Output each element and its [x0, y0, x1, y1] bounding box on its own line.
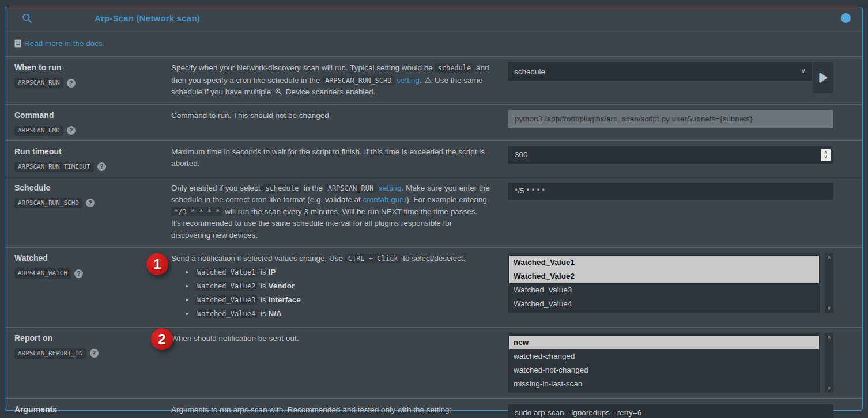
number-spinner[interactable]: ∧∨: [821, 149, 831, 161]
inline-code-chip: Watched_Value1: [194, 268, 258, 277]
setting-control: [501, 177, 862, 248]
book-icon: [14, 39, 21, 48]
select-value: schedule: [514, 67, 545, 76]
option-watched-changed[interactable]: watched-changed: [509, 349, 819, 363]
control-wrap: ∧∨: [508, 146, 833, 164]
setting-row: Run timeout ARPSCAN_RUN_TIMEOUT ? Maximu…: [5, 140, 862, 177]
help-icon[interactable]: ?: [74, 269, 83, 278]
scroll-up-icon: ∧: [827, 254, 831, 260]
setting-label: Watched: [14, 253, 157, 263]
setting-label-cell: When to run ARPSCAN_RUN ?: [5, 57, 162, 104]
setting-key-badge: ARPSCAN_CMD: [14, 126, 63, 136]
setting-key-badge: ARPSCAN_RUN_SCHD: [14, 198, 82, 208]
plugin-panel: Arp-Scan (Network scan) Read more in the…: [5, 7, 863, 411]
scroll-down-icon: ∨: [827, 306, 831, 311]
setting-row: Schedule ARPSCAN_RUN_SCHD ? Only enabled…: [5, 177, 862, 248]
setting-label: Arguments: [14, 405, 157, 415]
option-watched_value2[interactable]: Watched_Value2: [509, 269, 819, 283]
emphasized-value: IP: [268, 268, 276, 276]
run-now-button[interactable]: [813, 62, 833, 93]
option-missing-in-last-scan[interactable]: missing-in-last-scan: [509, 377, 819, 391]
spinner-down-icon: ∨: [824, 155, 828, 159]
chevron-down-icon: ∨: [801, 67, 806, 75]
option-watched_value4[interactable]: Watched_Value4: [509, 297, 819, 311]
option-watched-not-changed[interactable]: watched-not-changed: [509, 363, 819, 377]
help-icon[interactable]: ?: [97, 162, 106, 171]
scroll-down-icon: ∨: [827, 386, 831, 391]
bullet-item: Watched_Value1 is IP: [194, 266, 493, 279]
option-new[interactable]: new: [509, 336, 819, 349]
setting-label-cell: Schedule ARPSCAN_RUN_SCHD ?: [5, 177, 162, 248]
help-icon[interactable]: ?: [86, 199, 95, 207]
play-icon-triangle: [820, 73, 828, 83]
inline-link[interactable]: crontab.guru: [363, 195, 406, 204]
control-wrap: [508, 404, 833, 418]
enabled-indicator-dot[interactable]: [841, 13, 851, 23]
setting-label: Command: [14, 111, 157, 120]
setting-label: When to run: [14, 63, 157, 73]
setting-key-badge: ARPSCAN_RUN_TIMEOUT: [14, 162, 94, 172]
setting-control: ∧∨: [501, 141, 862, 177]
play-icon: [819, 73, 828, 83]
setting-description: Arguments to run arps-scan with. Recomme…: [162, 399, 501, 418]
setting-label: Report on: [14, 333, 157, 343]
setting-key-badge: ARPSCAN_WATCH: [14, 268, 71, 279]
control-wrap: Watched_Value1Watched_Value2Watched_Valu…: [508, 253, 833, 313]
setting-control: Watched_Value1Watched_Value2Watched_Valu…: [501, 248, 862, 327]
setting-description: Only enabled if you select schedule in t…: [162, 177, 501, 248]
setting-label: Schedule: [14, 183, 157, 193]
setting-label-cell: Run timeout ARPSCAN_RUN_TIMEOUT ?: [5, 141, 162, 177]
setting-control: [501, 399, 862, 418]
setting-row: Command ARPSCAN_CMD ? Command to run. Th…: [5, 104, 862, 140]
plugin-header[interactable]: Arp-Scan (Network scan): [5, 7, 862, 29]
bullet-item: Watched_Value4 is N/A: [194, 307, 493, 320]
setting-bullets: Watched_Value1 is IPWatched_Value2 is Ve…: [171, 266, 493, 320]
run-type-select[interactable]: schedule∨: [508, 62, 812, 81]
control-wrap: [508, 183, 833, 200]
inline-code-chip: schedule: [435, 63, 474, 73]
setting-row: Arguments ARPSCAN_ARGS ? Arguments to ru…: [5, 398, 862, 418]
emphasized-value: Interface: [268, 295, 300, 304]
help-icon[interactable]: ?: [90, 349, 99, 358]
docs-link[interactable]: Read more in the docs.: [24, 39, 105, 48]
multiselect-scrollbar[interactable]: ∧∨: [825, 253, 833, 313]
control-wrap: newwatched-changedwatched-not-changedmis…: [508, 333, 833, 393]
emphasized-value: N/A: [268, 309, 281, 318]
arguments-input[interactable]: [508, 404, 833, 418]
bullet-item: Watched_Value3 is Interface: [194, 294, 493, 306]
option-watched_value3[interactable]: Watched_Value3: [509, 283, 819, 297]
inline-link[interactable]: setting: [379, 184, 402, 192]
docs-row: Read more in the docs.: [5, 29, 862, 56]
report-on-multiselect[interactable]: newwatched-changedwatched-not-changedmis…: [508, 333, 820, 393]
bullet-item: Watched_Value2 is Vendor: [194, 280, 493, 292]
annotation-badge-1: 1: [146, 253, 168, 275]
setting-row: When to run ARPSCAN_RUN ? Specify when y…: [5, 56, 862, 104]
inline-code-chip: Watched_Value4: [194, 309, 258, 318]
multiselect-scrollbar[interactable]: ∧∨: [825, 333, 833, 393]
emphasized-value: Vendor: [268, 282, 295, 290]
setting-description: When should notification be sent out.: [162, 328, 501, 398]
help-icon[interactable]: ?: [67, 126, 76, 135]
inline-code-chip: CTRL + Click: [345, 254, 401, 263]
settings-page: Arp-Scan (Network scan) Read more in the…: [0, 0, 868, 418]
annotation-badge-2: 2: [151, 328, 173, 350]
setting-description: Command to run. This should not be chang…: [162, 105, 501, 140]
search-icon: [21, 13, 34, 24]
setting-label-cell: Command ARPSCAN_CMD ?: [5, 105, 162, 140]
device-scanner-icon: [273, 88, 284, 96]
setting-key-badge: ARPSCAN_RUN: [14, 78, 63, 88]
setting-control: schedule∨: [501, 57, 862, 104]
schedule-input[interactable]: [508, 183, 833, 200]
option-watched_value1[interactable]: Watched_Value1: [509, 256, 819, 269]
help-icon[interactable]: ?: [67, 79, 76, 88]
plugin-title: Arp-Scan (Network scan): [95, 13, 200, 23]
inline-code-chip: Watched_Value3: [194, 295, 258, 305]
timeout-input[interactable]: [508, 146, 833, 164]
setting-control: [501, 105, 862, 140]
watched-multiselect[interactable]: Watched_Value1Watched_Value2Watched_Valu…: [508, 253, 820, 313]
setting-label: Run timeout: [14, 147, 157, 157]
setting-description: Specify when your Network-discovery scan…: [162, 57, 501, 104]
inline-link[interactable]: setting: [397, 76, 420, 85]
inline-code-chip: */3 * * * *: [171, 207, 222, 216]
setting-label-cell: Watched ARPSCAN_WATCH ?: [5, 248, 162, 327]
